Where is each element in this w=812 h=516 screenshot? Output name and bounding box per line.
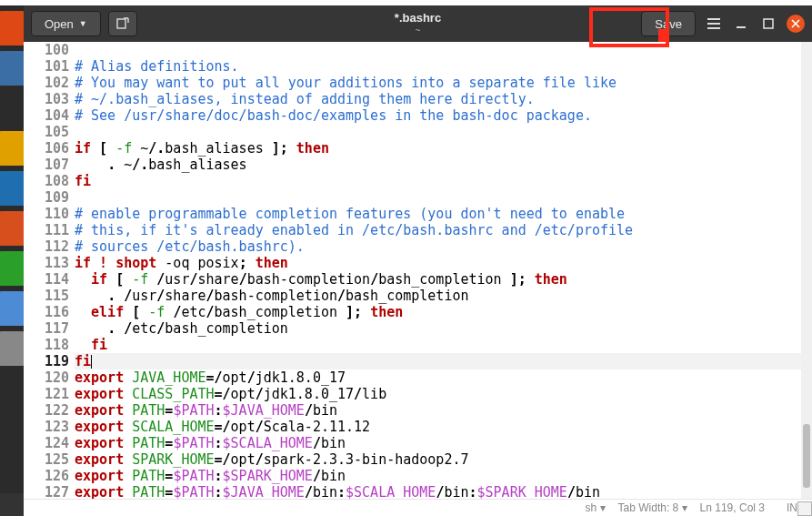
save-button[interactable]: Save [641, 11, 696, 36]
gedit-window: Open ▼ *.bashrc ~ Save [24, 5, 812, 516]
line-number: 109 [24, 189, 71, 206]
line-number: 121 [24, 386, 71, 402]
code-line[interactable]: export SCALA_HOME=/opt/Scala-2.11.12 [75, 419, 801, 435]
code-line[interactable]: # You may want to put all your additions… [75, 75, 801, 91]
line-number: 111 [24, 222, 71, 238]
code-line[interactable]: export PATH=$PATH:$JAVA_HOME/bin [75, 402, 801, 419]
line-number: 100 [24, 42, 71, 58]
new-tab-icon [116, 17, 129, 30]
window-subtitle: ~ [395, 25, 441, 36]
code-line[interactable]: . /etc/bash_completion [75, 320, 801, 337]
ubuntu-launcher [0, 5, 24, 516]
code-line[interactable]: elif [ -f /etc/bash_completion ]; then [75, 304, 801, 320]
window-title: *.bashrc [395, 11, 441, 25]
line-number: 119 [24, 353, 71, 369]
code-line[interactable]: export PATH=$PATH:$SPARK_HOME/bin [75, 468, 801, 484]
text-caret [91, 355, 92, 369]
minimize-button[interactable] [732, 15, 750, 33]
code-line[interactable]: # ~/.bash_aliases, instead of adding the… [75, 91, 801, 107]
code-line[interactable]: if ! shopt -oq posix; then [75, 255, 801, 271]
line-number: 116 [24, 304, 71, 320]
line-number: 126 [24, 468, 71, 484]
line-number: 107 [24, 157, 71, 173]
line-number: 113 [24, 255, 71, 271]
window-title-block: *.bashrc ~ [395, 12, 441, 36]
line-number: 104 [24, 107, 71, 124]
code-area[interactable]: # Alias definitions.# You may want to pu… [75, 42, 801, 499]
code-line[interactable]: if [ -f /usr/share/bash-completion/bash_… [75, 271, 801, 288]
corner-resize-grip [797, 501, 812, 516]
svg-rect-1 [764, 19, 773, 28]
line-number: 114 [24, 271, 71, 288]
code-line[interactable]: # See /usr/share/doc/bash-doc/examples i… [75, 107, 801, 124]
header-bar: Open ▼ *.bashrc ~ Save [24, 5, 812, 42]
scrollbar-thumb[interactable] [803, 424, 810, 488]
code-editor[interactable]: 1001011021031041051061071081091101111121… [24, 42, 812, 499]
maximize-button[interactable] [759, 15, 777, 33]
line-number: 120 [24, 369, 71, 386]
line-number-gutter: 1001011021031041051061071081091101111121… [24, 42, 75, 499]
open-button[interactable]: Open ▼ [31, 11, 101, 36]
close-button[interactable] [787, 15, 805, 33]
line-number: 101 [24, 58, 71, 75]
code-line[interactable]: export PATH=$PATH:$SCALA_HOME/bin [75, 435, 801, 451]
code-line[interactable]: if [ -f ~/.bash_aliases ]; then [75, 140, 801, 157]
status-tabwidth[interactable]: Tab Width: 8 ▾ [618, 501, 687, 514]
code-line[interactable] [75, 42, 801, 58]
line-number: 112 [24, 238, 71, 255]
status-language[interactable]: sh ▾ [586, 501, 606, 514]
code-line[interactable]: fi [75, 173, 801, 189]
line-number: 110 [24, 206, 71, 222]
code-line[interactable]: export CLASS_PATH=/opt/jdk1.8.0_17/lib [75, 386, 801, 402]
chevron-down-icon: ▼ [79, 19, 87, 28]
line-number: 108 [24, 173, 71, 189]
svg-rect-0 [117, 19, 125, 28]
code-line[interactable]: # enable programmable completion feature… [75, 206, 801, 222]
line-number: 115 [24, 288, 71, 304]
vertical-scrollbar[interactable] [801, 42, 812, 499]
close-icon [791, 19, 800, 28]
code-line[interactable]: export JAVA_HOME=/opt/jdk1.8.0_17 [75, 369, 801, 386]
code-line[interactable]: fi [75, 353, 801, 369]
status-bar: sh ▾ Tab Width: 8 ▾ Ln 119, Col 3 INS [24, 499, 812, 516]
line-number: 124 [24, 435, 71, 451]
line-number: 125 [24, 451, 71, 468]
line-number: 122 [24, 402, 71, 419]
code-line[interactable]: export SPARK_HOME=/opt/spark-2.3.3-bin-h… [75, 451, 801, 468]
line-number: 106 [24, 140, 71, 157]
line-number: 117 [24, 320, 71, 337]
code-line[interactable]: . /usr/share/bash-completion/bash_comple… [75, 288, 801, 304]
code-line[interactable]: # sources /etc/bash.bashrc). [75, 238, 801, 255]
line-number: 118 [24, 337, 71, 353]
code-line[interactable]: # this, if it's already enabled in /etc/… [75, 222, 801, 238]
code-line[interactable] [75, 189, 801, 206]
code-line[interactable]: export PATH=$PATH:$JAVA_HOME/bin:$SCALA_… [75, 484, 801, 499]
line-number: 102 [24, 75, 71, 91]
hamburger-menu-button[interactable] [705, 15, 723, 33]
status-cursor-position: Ln 119, Col 3 [700, 501, 765, 514]
line-number: 105 [24, 124, 71, 140]
line-number: 127 [24, 484, 71, 499]
code-line[interactable]: fi [75, 337, 801, 353]
new-tab-button[interactable] [108, 11, 137, 36]
code-line[interactable]: # Alias definitions. [75, 58, 801, 75]
code-line[interactable] [75, 124, 801, 140]
line-number: 103 [24, 91, 71, 107]
open-button-label: Open [45, 17, 74, 31]
code-line[interactable]: . ~/.bash_aliases [75, 157, 801, 173]
line-number: 123 [24, 419, 71, 435]
